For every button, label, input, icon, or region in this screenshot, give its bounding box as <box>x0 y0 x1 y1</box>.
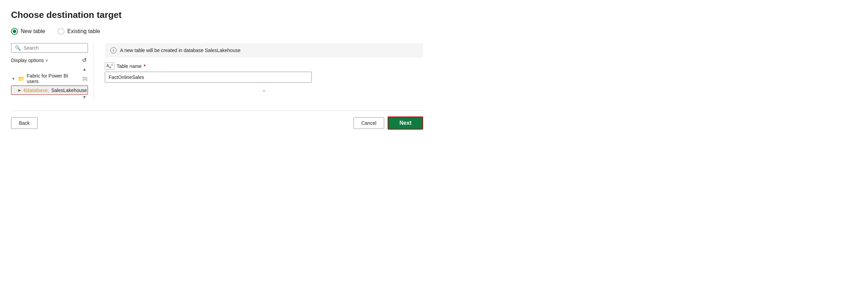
search-container: 🔍 <box>11 43 88 53</box>
search-icon: 🔍 <box>15 45 21 51</box>
right-panel: i A new table will be created in databas… <box>94 43 423 100</box>
table-name-section: ABC Table name * <box>105 62 423 83</box>
database-icon: €database; <box>23 87 49 93</box>
folder-label: Fabric for Power BI users <box>27 73 79 84</box>
right-buttons: Cancel Next <box>353 116 423 130</box>
divider-dot: • <box>105 89 423 93</box>
bottom-bar: Back Cancel Next <box>11 111 423 130</box>
tree-area: ▲ ▼ 📁 Fabric for Power BI users [1] ▶ €d… <box>11 67 88 100</box>
display-options-label: Display options <box>11 58 44 63</box>
radio-circle-new <box>11 28 18 35</box>
radio-existing-table[interactable]: Existing table <box>58 28 100 35</box>
refresh-icon: ↺ <box>82 57 87 63</box>
refresh-button[interactable]: ↺ <box>81 56 88 64</box>
radio-group: New table Existing table <box>11 28 423 35</box>
chevron-down-icon: ▼ <box>12 77 16 81</box>
search-input[interactable] <box>23 45 84 51</box>
radio-circle-existing <box>58 28 64 35</box>
radio-new-table[interactable]: New table <box>11 28 45 35</box>
display-options-row: Display options ∨ ↺ <box>11 56 88 64</box>
page-title: Choose destination target <box>11 10 423 20</box>
chevron-right-icon: ▶ <box>18 88 21 92</box>
radio-existing-table-label: Existing table <box>67 28 100 34</box>
main-content: 🔍 Display options ∨ ↺ ▲ ▼ 📁 Fabric for P… <box>11 43 423 100</box>
tree-item-folder[interactable]: ▼ 📁 Fabric for Power BI users [1] <box>11 72 88 85</box>
folder-badge: [1] <box>83 76 87 81</box>
table-name-label-row: ABC Table name * <box>105 62 423 70</box>
chevron-down-icon: ∨ <box>45 58 48 63</box>
left-panel: 🔍 Display options ∨ ↺ ▲ ▼ 📁 Fabric for P… <box>11 43 94 100</box>
info-banner-text: A new table will be created in database … <box>120 48 240 53</box>
database-label: SalesLakehouse <box>51 88 87 93</box>
back-button[interactable]: Back <box>11 117 38 129</box>
next-button[interactable]: Next <box>388 116 423 130</box>
display-options-button[interactable]: Display options ∨ <box>11 58 48 63</box>
abc-icon: ABC <box>105 62 114 70</box>
scroll-up-arrow[interactable]: ▲ <box>11 67 88 72</box>
radio-new-table-label: New table <box>21 28 45 34</box>
cancel-button[interactable]: Cancel <box>353 117 385 129</box>
table-name-label-text: Table name <box>117 63 141 69</box>
scroll-down-arrow[interactable]: ▼ <box>11 95 88 100</box>
info-icon: i <box>110 47 117 53</box>
info-banner: i A new table will be created in databas… <box>105 43 423 58</box>
required-indicator: * <box>144 63 146 69</box>
tree-item-database[interactable]: ▶ €database; SalesLakehouse <box>11 85 88 95</box>
table-name-input[interactable] <box>105 72 312 83</box>
folder-icon: 📁 <box>18 75 25 82</box>
